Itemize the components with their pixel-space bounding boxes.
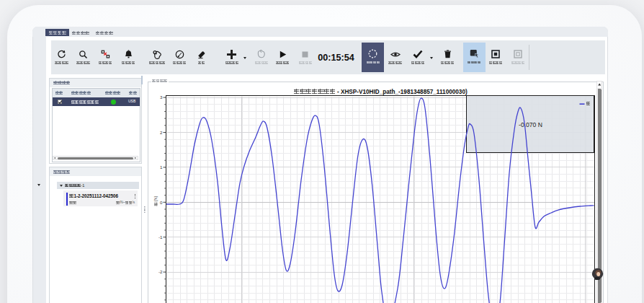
svg-text:-2: -2 (158, 269, 163, 274)
svg-text:0: 0 (160, 200, 163, 205)
svg-text:-1: -1 (158, 234, 163, 240)
svg-text:3: 3 (160, 95, 163, 100)
svg-text:1: 1 (160, 164, 163, 170)
svg-text:2: 2 (160, 130, 163, 135)
svg-text:-0.070 N: -0.070 N (519, 121, 542, 128)
